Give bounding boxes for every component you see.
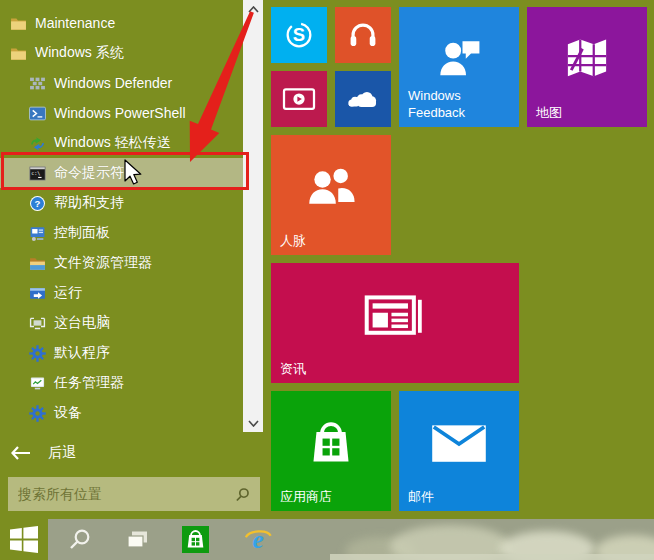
- menu-item-label: 默认程序: [54, 344, 110, 362]
- scroll-up-button[interactable]: [247, 5, 259, 13]
- menu-item-this-pc[interactable]: 这台电脑: [0, 308, 243, 338]
- tile-onedrive[interactable]: [335, 71, 391, 127]
- menu-item-label: 任务管理器: [54, 374, 124, 392]
- menu-item-label: 设备: [54, 404, 82, 422]
- menu-item-label: 控制面板: [54, 224, 110, 242]
- easy-transfer-icon: [29, 135, 46, 152]
- svg-text:e: e: [252, 525, 263, 553]
- menu-item-default-programs[interactable]: 默认程序: [0, 338, 243, 368]
- tile-label: 资讯: [280, 360, 306, 377]
- menu-item-windows-system[interactable]: Windows 系统: [0, 38, 243, 68]
- menu-item-label: 帮助和支持: [54, 194, 124, 212]
- menu-item-label: 运行: [54, 284, 82, 302]
- gear-icon: [29, 345, 46, 362]
- tile-news[interactable]: 资讯: [271, 263, 519, 383]
- scroll-down-button[interactable]: [247, 419, 259, 427]
- run-icon: [29, 285, 46, 302]
- taskbar-search-button[interactable]: [63, 519, 97, 560]
- clouds-icon: [344, 80, 382, 118]
- menu-item-label: Windows 系统: [35, 44, 124, 62]
- feedback-person-icon: [431, 32, 487, 88]
- skype-icon: S: [282, 18, 316, 52]
- menu-item-label: 命令提示符: [54, 164, 124, 182]
- tile-label: 邮件: [408, 488, 434, 505]
- tiles-area: SWindows Feedback地图人脉资讯应用商店邮件: [271, 7, 647, 511]
- menu-item-help-support[interactable]: ?帮助和支持: [0, 188, 243, 218]
- gear-icon: [29, 405, 46, 422]
- file-explorer-icon: [29, 255, 46, 272]
- tile-skype[interactable]: S: [271, 7, 327, 63]
- taskbar: e: [0, 519, 654, 560]
- menu-item-label: Windows 轻松传送: [54, 134, 171, 152]
- menu-item-file-explorer[interactable]: 文件资源管理器: [0, 248, 243, 278]
- start-menu-screen: MaintenanceWindows 系统Windows DefenderWin…: [0, 0, 654, 560]
- apps-list: MaintenanceWindows 系统Windows DefenderWin…: [0, 8, 243, 428]
- scrollbar[interactable]: [243, 0, 263, 432]
- task-view-icon: [123, 526, 151, 554]
- tile-label: 应用商店: [280, 488, 332, 505]
- svg-text:S: S: [293, 24, 305, 45]
- menu-item-windows-defender[interactable]: Windows Defender: [0, 68, 243, 98]
- people-icon: [302, 159, 360, 217]
- menu-item-maintenance[interactable]: Maintenance: [0, 8, 243, 38]
- tile-label: Windows Feedback: [408, 87, 508, 121]
- svg-text:c:\: c:\: [31, 170, 40, 176]
- task-manager-icon: [29, 375, 46, 392]
- tile-video[interactable]: [271, 71, 327, 127]
- tile-store[interactable]: 应用商店: [271, 391, 391, 511]
- this-pc-icon: [29, 315, 46, 332]
- newspaper-icon: [362, 288, 428, 345]
- taskbar-start-button[interactable]: [0, 519, 48, 560]
- taskbar-task-view-button[interactable]: [120, 519, 154, 560]
- back-button[interactable]: 后退: [0, 438, 243, 468]
- menu-item-devices[interactable]: 设备: [0, 398, 243, 428]
- search-input[interactable]: [8, 486, 235, 502]
- store-bag-icon: [302, 415, 360, 473]
- menu-item-control-panel[interactable]: 控制面板: [0, 218, 243, 248]
- back-arrow-icon: [11, 446, 31, 460]
- back-label: 后退: [48, 444, 76, 462]
- menu-item-label: Maintenance: [35, 15, 115, 31]
- ie-icon: e: [243, 525, 273, 555]
- menu-item-run[interactable]: 运行: [0, 278, 243, 308]
- tile-feedback[interactable]: Windows Feedback: [399, 7, 519, 127]
- menu-item-label: 这台电脑: [54, 314, 110, 332]
- mail-envelope-icon: [429, 420, 489, 467]
- menu-item-windows-easy-transfer[interactable]: Windows 轻松传送: [0, 128, 243, 158]
- map-icon: [560, 33, 614, 87]
- menu-item-cmd-prompt[interactable]: c:\命令提示符: [0, 158, 243, 188]
- tile-label: 人脉: [280, 232, 306, 249]
- taskbar-store-button[interactable]: [178, 519, 212, 560]
- tile-label: 地图: [536, 104, 562, 121]
- defender-icon: [29, 75, 46, 92]
- powershell-icon: [29, 105, 46, 122]
- tile-maps[interactable]: 地图: [527, 7, 647, 127]
- tile-people[interactable]: 人脉: [271, 135, 391, 255]
- folder-icon: [10, 45, 27, 62]
- menu-item-task-manager[interactable]: 任务管理器: [0, 368, 243, 398]
- svg-text:?: ?: [35, 198, 41, 209]
- taskbar-internet-explorer-button[interactable]: e: [241, 519, 275, 560]
- headphones-icon: [346, 18, 380, 52]
- windows-logo-icon: [9, 525, 39, 555]
- help-icon: ?: [29, 195, 46, 212]
- menu-item-label: 文件资源管理器: [54, 254, 152, 272]
- tile-music[interactable]: [335, 7, 391, 63]
- menu-item-label: Windows Defender: [54, 75, 172, 91]
- folder-icon: [10, 15, 27, 32]
- menu-item-label: Windows PowerShell: [54, 105, 186, 121]
- tile-mail[interactable]: 邮件: [399, 391, 519, 511]
- cmd-icon: c:\: [29, 165, 46, 182]
- taskbar-search-icon: [66, 526, 94, 554]
- search-icon[interactable]: [235, 487, 250, 502]
- taskbar-store-icon: [182, 526, 209, 553]
- control-panel-icon: [29, 225, 46, 242]
- wallpaper-desk-edge: [330, 554, 654, 560]
- menu-item-windows-powershell[interactable]: Windows PowerShell: [0, 98, 243, 128]
- video-icon: [281, 81, 317, 117]
- search-box: [8, 477, 260, 511]
